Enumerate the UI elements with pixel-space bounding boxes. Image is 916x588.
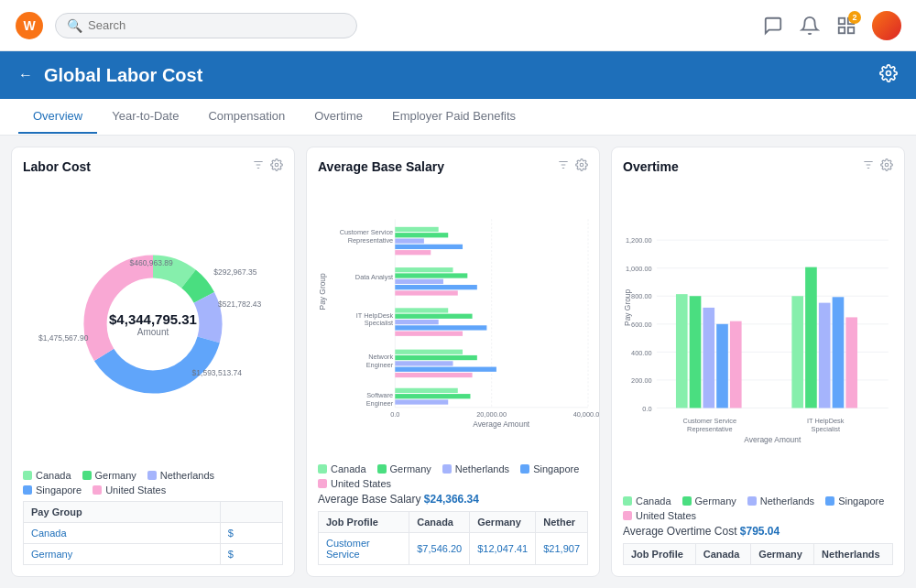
svg-text:200.00: 200.00 [631,376,652,385]
page-header: ← Global Labor Cost [0,51,916,99]
bar-it-singapore [395,325,486,330]
overtime-table: Job Profile Canada Germany Netherlands [623,543,893,565]
col-job-profile: Job Profile [319,512,409,533]
avg-salary-legend: Canada Germany Netherlands Singapore Uni… [318,463,588,489]
legend-singapore-ot: Singapore [825,495,884,506]
svg-text:Data Analyst: Data Analyst [355,273,393,281]
legend-canada-salary: Canada [318,463,366,474]
bar-ne-singapore [395,367,496,372]
bar-da-us [395,290,457,295]
table-cell-canada-amount: $ [220,523,282,544]
bar-ot-it-us [845,317,857,408]
ot-col-canada: Canada [695,544,750,565]
overtime-chart-svg: Pay Group 1,200.00 1,000.00 800.00 600.0… [623,181,893,492]
apps-badge: 2 [848,11,861,24]
bar-it-netherlands [395,320,438,324]
cell-job-customer[interactable]: Customer Service [319,533,409,565]
table-header-paygroup: Pay Group [24,502,221,523]
filter-icon[interactable] [252,158,265,174]
svg-text:0.0: 0.0 [642,405,651,413]
svg-text:1,200.00: 1,200.00 [626,236,652,245]
overtime-icons [862,158,893,174]
table-cell-canada[interactable]: Canada [24,523,221,544]
legend-dot-us [93,485,102,495]
labor-cost-table: Pay Group Canada $ Germany $ [23,501,283,565]
tab-overtime[interactable]: Overtime [300,100,377,134]
bar-csr-singapore [395,245,463,249]
bar-ne-canada [395,350,463,354]
cell-germany-cs: $12,047.41 [470,533,536,565]
bar-ot-csr-us [730,321,742,408]
settings-card-icon[interactable] [270,158,283,174]
avg-salary-title: Average Base Salary [318,159,557,174]
svg-text:Pay Group: Pay Group [318,273,327,310]
labor-cost-card: Labor Cost [11,147,295,577]
bar-da-germany [395,273,467,278]
tab-year-to-date[interactable]: Year-to-Date [97,100,193,134]
bar-ne-germany [395,355,477,360]
tab-compensation[interactable]: Compensation [193,100,300,134]
bar-ot-it-germany [805,267,817,408]
bar-ot-it-netherlands [819,303,831,408]
back-button[interactable]: ← [18,67,33,83]
filter-icon-salary[interactable] [557,158,570,174]
legend-us-ot: United States [623,510,696,521]
overtime-chart-area: Pay Group 1,200.00 1,000.00 800.00 600.0… [623,181,893,492]
ot-col-job: Job Profile [624,544,696,565]
legend-dot [825,496,834,506]
search-bar[interactable]: 🔍 [55,13,357,38]
legend-germany-salary: Germany [377,463,431,474]
donut-chart: $4,344,795.31 Amount $460,963.89 $292,96… [23,185,283,463]
legend-dot [377,464,387,474]
avg-salary-chart-svg: Pay Group Average Amount 0.0 20,000.00 4… [318,181,588,460]
overtime-legend: Canada Germany Netherlands Singapore Uni… [623,495,893,521]
tab-overview[interactable]: Overview [18,100,97,134]
legend-dot-netherlands [147,471,157,480]
svg-text:W: W [23,18,36,33]
legend-singapore: Singapore [23,485,82,495]
svg-rect-5 [848,27,854,32]
legend-us: United States [93,485,166,495]
table-cell-germany[interactable]: Germany [24,544,221,565]
legend-dot [747,496,757,506]
chat-icon[interactable] [762,15,784,37]
legend-germany-ot: Germany [682,495,736,506]
page-title: Global Labor Cost [44,65,202,86]
svg-text:20,000.00: 20,000.00 [476,410,507,419]
legend-dot-germany [82,471,92,480]
bar-da-netherlands [395,279,443,284]
apps-icon[interactable]: 2 [835,15,857,37]
svg-point-41 [885,163,889,167]
labor-cost-header: Labor Cost [23,158,283,174]
bar-ot-csr-singapore [716,324,728,408]
bar-it-us [395,332,463,336]
legend-dot-singapore [23,485,32,495]
settings-icon[interactable] [879,64,898,87]
bar-se-germany [395,394,470,398]
user-avatar[interactable] [872,11,901,40]
average-base-salary-card: Average Base Salary Pay Group Average Am… [306,147,600,577]
workday-logo[interactable]: W [15,11,44,40]
search-input[interactable] [88,18,345,32]
settings-icon-salary[interactable] [575,158,588,174]
overtime-card: Overtime Pay Group 1,200.00 1,000.00 800… [611,147,905,577]
legend-canada-ot: Canada [623,495,671,506]
col-germany: Germany [470,512,536,533]
col-canada: Canada [409,512,470,533]
filter-icon-overtime[interactable] [862,158,875,174]
bell-icon[interactable] [799,15,821,37]
labor-cost-title: Labor Cost [23,159,252,174]
legend-us-salary: United States [318,478,391,489]
bar-ot-it-canada [791,296,803,408]
labor-cost-legend: Canada Germany Netherlands Singapore Uni… [23,470,283,495]
svg-rect-2 [839,17,845,23]
legend-netherlands: Netherlands [147,470,214,481]
bar-ot-csr-germany [690,296,702,408]
bar-csr-canada [395,227,438,232]
settings-icon-overtime[interactable] [880,158,893,174]
svg-text:Average Amount: Average Amount [744,435,802,444]
tab-employer-paid-benefits[interactable]: Employer Paid Benefits [377,100,530,134]
legend-singapore-salary: Singapore [520,463,579,474]
avg-salary-summary: Average Base Salary $24,366.34 [318,493,588,506]
svg-text:600.00: 600.00 [631,321,652,329]
